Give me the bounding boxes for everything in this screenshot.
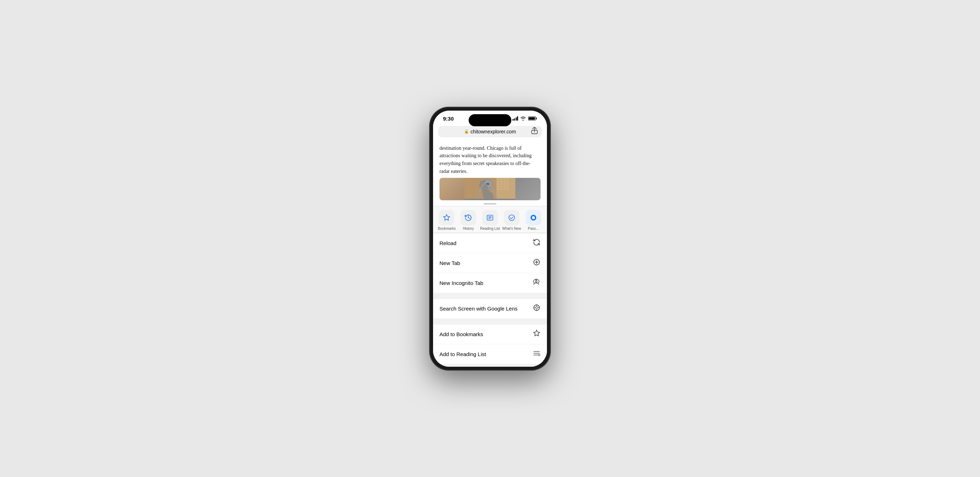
svg-rect-14 xyxy=(507,181,509,183)
svg-rect-9 xyxy=(504,178,506,180)
bottom-toolbar: Bookmarks History xyxy=(433,206,547,233)
menu-item-new-tab[interactable]: New Tab xyxy=(433,253,547,273)
svg-rect-21 xyxy=(504,186,506,187)
svg-rect-11 xyxy=(497,181,500,183)
menu-item-add-reading-list[interactable]: Add to Reading List xyxy=(433,344,547,364)
web-content: destination year-round. Chicago is full … xyxy=(433,140,547,206)
passwords-icon xyxy=(526,210,541,226)
svg-rect-7 xyxy=(497,178,500,180)
phone-device: 9:30 xyxy=(430,107,550,370)
menu-separator-1 xyxy=(433,296,547,299)
svg-rect-8 xyxy=(500,178,503,180)
battery-icon xyxy=(528,116,537,121)
signal-icon xyxy=(512,116,519,121)
reload-label: Reload xyxy=(439,240,457,246)
history-icon xyxy=(460,210,476,226)
svg-rect-18 xyxy=(507,184,509,185)
article-text: destination year-round. Chicago is full … xyxy=(433,140,547,178)
svg-rect-13 xyxy=(504,181,506,183)
url-text: chitownexplorer.com xyxy=(471,129,516,134)
svg-rect-15 xyxy=(497,184,500,185)
svg-point-36 xyxy=(532,216,535,219)
svg-point-34 xyxy=(509,215,515,221)
reading-list-label: Reading List xyxy=(480,227,500,231)
svg-rect-1 xyxy=(536,118,537,119)
svg-point-28 xyxy=(487,184,489,184)
incognito-icon xyxy=(532,278,541,288)
toolbar-icons: Bookmarks History xyxy=(433,210,547,231)
reading-list-icon xyxy=(482,210,498,226)
svg-rect-17 xyxy=(504,184,506,185)
bookmarks-icon xyxy=(439,210,454,226)
scroll-indicator xyxy=(433,200,547,206)
menu-group-2: Search Screen with Google Lens xyxy=(433,299,547,318)
scroll-dot xyxy=(484,203,496,205)
new-tab-icon xyxy=(533,258,541,268)
passwords-label: Pass... xyxy=(528,227,539,231)
address-bar-text: 🔒 chitownexplorer.com xyxy=(464,129,516,134)
whats-new-label: What's New xyxy=(502,227,521,231)
svg-rect-24 xyxy=(500,188,503,189)
toolbar-item-reading-list[interactable]: Reading List xyxy=(480,210,500,231)
menu-item-search-screen[interactable]: Search Screen with Google Lens xyxy=(433,299,547,318)
svg-rect-20 xyxy=(500,186,503,187)
svg-rect-2 xyxy=(529,118,535,120)
toolbar-item-whats-new[interactable]: What's New xyxy=(501,210,522,231)
whats-new-icon xyxy=(504,210,520,226)
toolbar-item-history[interactable]: History xyxy=(458,210,479,231)
add-reading-list-label: Add to Reading List xyxy=(439,351,486,357)
add-bookmarks-icon xyxy=(533,329,541,339)
menu-group-3: Add to Bookmarks Add to Reading List xyxy=(433,324,547,364)
svg-rect-12 xyxy=(500,181,503,183)
svg-rect-10 xyxy=(507,178,509,180)
menu-group-1: Reload New Tab xyxy=(433,233,547,293)
status-time: 9:30 xyxy=(443,116,454,122)
svg-rect-23 xyxy=(497,188,500,189)
add-bookmarks-label: Add to Bookmarks xyxy=(439,331,483,337)
svg-rect-22 xyxy=(507,186,509,187)
toolbar-item-bookmarks[interactable]: Bookmarks xyxy=(436,210,457,231)
search-screen-label: Search Screen with Google Lens xyxy=(439,305,517,312)
menu-item-add-bookmarks[interactable]: Add to Bookmarks xyxy=(433,324,547,344)
menu-separator-2 xyxy=(433,321,547,324)
bookmarks-label: Bookmarks xyxy=(438,227,455,231)
svg-rect-29 xyxy=(465,199,515,200)
menu-item-new-incognito-tab[interactable]: New Incognito Tab xyxy=(433,273,547,293)
svg-rect-19 xyxy=(497,186,500,187)
history-label: History xyxy=(463,227,474,231)
article-image xyxy=(439,178,541,200)
add-reading-list-icon xyxy=(533,349,541,359)
context-menu: Reload New Tab xyxy=(433,233,547,367)
svg-rect-16 xyxy=(500,184,503,185)
status-bar: 9:30 xyxy=(433,111,547,124)
svg-rect-26 xyxy=(507,188,509,189)
menu-item-reload[interactable]: Reload xyxy=(433,233,547,253)
svg-point-45 xyxy=(536,307,538,309)
lens-icon xyxy=(533,304,541,313)
address-bar[interactable]: 🔒 chitownexplorer.com xyxy=(438,126,542,137)
new-incognito-tab-label: New Incognito Tab xyxy=(439,280,483,286)
lock-icon: 🔒 xyxy=(464,129,469,134)
wifi-icon xyxy=(520,116,526,121)
reload-icon xyxy=(533,238,541,248)
phone-screen: 9:30 xyxy=(433,111,547,367)
status-icons xyxy=(512,116,537,121)
toolbar-item-passwords[interactable]: Pass... xyxy=(523,210,544,231)
dynamic-island xyxy=(469,114,511,126)
new-tab-label: New Tab xyxy=(439,260,460,266)
share-button[interactable] xyxy=(531,127,538,136)
svg-rect-25 xyxy=(504,188,506,189)
